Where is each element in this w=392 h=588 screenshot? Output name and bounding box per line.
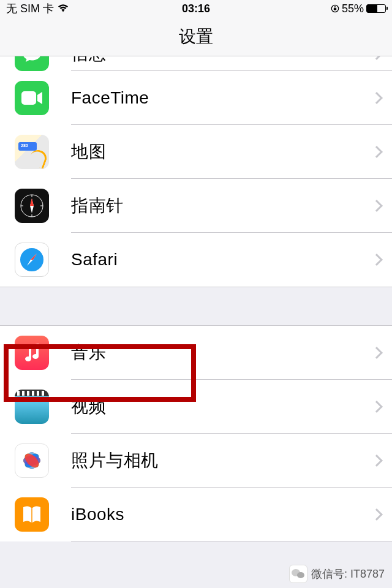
row-label: 信息 bbox=[71, 56, 372, 66]
row-label: iBooks bbox=[71, 505, 372, 524]
chevron-right-icon bbox=[371, 508, 383, 521]
svg-rect-1 bbox=[334, 8, 336, 10]
chevron-right-icon bbox=[371, 92, 383, 104]
maps-icon: 280 bbox=[15, 135, 49, 169]
svg-rect-2 bbox=[21, 91, 36, 105]
battery-percent: 55% bbox=[342, 2, 364, 15]
chevron-right-icon bbox=[371, 454, 383, 467]
section-gap bbox=[0, 287, 392, 326]
row-facetime[interactable]: FaceTime bbox=[0, 71, 392, 125]
row-music[interactable]: 音乐 bbox=[0, 326, 392, 380]
row-safari[interactable]: Safari bbox=[0, 233, 392, 287]
videos-icon bbox=[15, 390, 49, 424]
row-compass[interactable]: 指南针 bbox=[0, 179, 392, 233]
compass-icon bbox=[15, 189, 49, 223]
page-title: 设置 bbox=[0, 17, 392, 56]
chevron-right-icon bbox=[371, 146, 383, 158]
chevron-right-icon bbox=[371, 200, 383, 212]
svg-point-20 bbox=[297, 572, 304, 578]
row-maps[interactable]: 280 地图 bbox=[0, 125, 392, 179]
row-label: 指南针 bbox=[71, 194, 372, 217]
watermark: 微信号: IT8787 bbox=[289, 565, 385, 583]
row-messages[interactable]: 信息 bbox=[0, 56, 392, 71]
wechat-icon bbox=[289, 565, 307, 583]
row-label: FaceTime bbox=[71, 88, 372, 108]
settings-group-1: 信息 FaceTime 280 地图 指南针 Safari bbox=[0, 56, 392, 287]
row-label: Safari bbox=[71, 250, 372, 270]
watermark-text: 微信号: IT8787 bbox=[311, 567, 385, 581]
row-label: 音乐 bbox=[71, 341, 372, 364]
row-label: 照片与相机 bbox=[71, 449, 372, 472]
facetime-icon bbox=[15, 81, 49, 115]
row-videos[interactable]: 视频 bbox=[0, 380, 392, 434]
safari-icon bbox=[15, 243, 49, 277]
status-bar: 无 SIM 卡 03:16 55% bbox=[0, 0, 392, 17]
row-ibooks[interactable]: iBooks bbox=[0, 488, 392, 541]
chevron-right-icon bbox=[371, 254, 383, 266]
orientation-lock-icon bbox=[331, 4, 339, 13]
clock-text: 03:16 bbox=[182, 2, 210, 15]
carrier-text: 无 SIM 卡 bbox=[6, 1, 54, 16]
row-photos[interactable]: 照片与相机 bbox=[0, 434, 392, 488]
chevron-right-icon bbox=[371, 56, 383, 60]
chevron-right-icon bbox=[371, 401, 383, 413]
settings-group-2: 音乐 视频 照片与相机 iBooks bbox=[0, 326, 392, 541]
ibooks-icon bbox=[15, 497, 49, 532]
messages-icon bbox=[15, 56, 49, 71]
music-icon bbox=[15, 336, 49, 370]
wifi-icon bbox=[58, 4, 69, 13]
battery-icon bbox=[366, 4, 386, 13]
photos-icon bbox=[15, 443, 49, 478]
row-label: 视频 bbox=[71, 395, 372, 418]
row-label: 地图 bbox=[71, 140, 372, 164]
chevron-right-icon bbox=[371, 347, 383, 359]
